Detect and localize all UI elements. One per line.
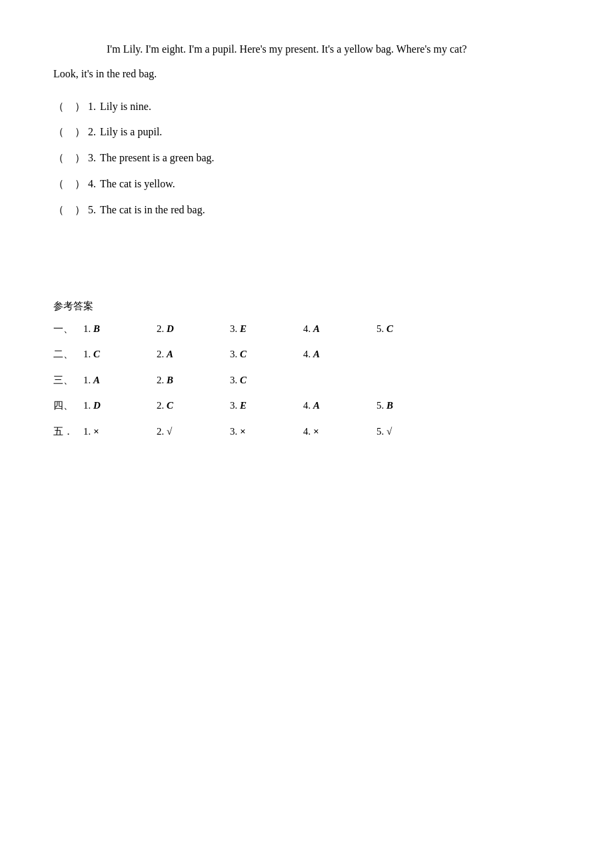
bracket: （ ）	[53, 201, 85, 220]
answer-cell-1-5: 5. C	[376, 319, 450, 339]
answer-cell-2-2: 2. A	[157, 345, 230, 364]
answer-row-5: 五．1. ×2. √3. ×4. ×5. √	[53, 422, 560, 441]
answer-row-2: 二、1. C2. A3. C4. A	[53, 345, 560, 364]
answer-cell-2-1: 1. C	[83, 345, 157, 364]
q-text: The cat is yellow.	[100, 175, 175, 194]
answer-cell-5-4: 4. ×	[303, 422, 376, 441]
question-item-5: （ ）5.The cat is in the red bag.	[53, 201, 560, 220]
q-number: 2.	[88, 123, 96, 142]
answer-cell-2-3: 3. C	[230, 345, 303, 364]
passage-line2: Look, it's in the red bag.	[53, 65, 560, 84]
question-item-2: （ ）2.Lily is a pupil.	[53, 123, 560, 142]
answer-row-1: 一、1. B2. D3. E4. A5. C	[53, 319, 560, 339]
q-number: 3.	[88, 149, 96, 168]
bracket: （ ）	[53, 149, 85, 168]
answer-cell-1-3: 3. E	[230, 319, 303, 339]
q-number: 4.	[88, 175, 96, 194]
q-number: 1.	[88, 97, 96, 117]
answer-cell-1-2: 2. D	[157, 319, 230, 339]
answer-row-4: 四、1. D2. C3. E4. A5. B	[53, 396, 560, 415]
row-label: 三、	[53, 371, 83, 390]
q-text: The present is a green bag.	[100, 149, 214, 168]
row-label: 二、	[53, 345, 83, 364]
passage-section: I'm Lily. I'm eight. I'm a pupil. Here's…	[53, 40, 560, 84]
row-label: 五．	[53, 422, 83, 441]
q-text: Lily is nine.	[100, 97, 151, 117]
answer-cell-5-3: 3. ×	[230, 422, 303, 441]
answer-cell-3-2: 2. B	[157, 371, 230, 390]
answer-cell-2-4: 4. A	[303, 345, 376, 364]
answer-cell-4-1: 1. D	[83, 396, 157, 415]
questions-section: （ ）1.Lily is nine.（ ）2.Lily is a pupil.（…	[53, 97, 560, 220]
answer-cell-1-4: 4. A	[303, 319, 376, 339]
row-label: 一、	[53, 319, 83, 339]
answer-cell-5-2: 2. √	[157, 422, 230, 441]
answer-cell-1-1: 1. B	[83, 319, 157, 339]
bracket: （ ）	[53, 97, 85, 117]
bracket: （ ）	[53, 123, 85, 142]
bracket: （ ）	[53, 175, 85, 194]
q-text: The cat is in the red bag.	[100, 201, 205, 220]
question-item-4: （ ）4.The cat is yellow.	[53, 175, 560, 194]
answer-cell-5-1: 1. ×	[83, 422, 157, 441]
question-item-1: （ ）1.Lily is nine.	[53, 97, 560, 117]
q-text: Lily is a pupil.	[100, 123, 162, 142]
q-number: 5.	[88, 201, 96, 220]
passage-line1: I'm Lily. I'm eight. I'm a pupil. Here's…	[53, 40, 560, 59]
answer-cell-4-3: 3. E	[230, 396, 303, 415]
answers-title: 参考答案	[53, 300, 560, 313]
answer-cell-4-4: 4. A	[303, 396, 376, 415]
row-label: 四、	[53, 396, 83, 415]
answer-cell-5-5: 5. √	[376, 422, 450, 441]
answer-cell-3-3: 3. C	[230, 371, 303, 390]
answer-cell-4-2: 2. C	[157, 396, 230, 415]
answers-section: 参考答案 一、1. B2. D3. E4. A5. C二、1. C2. A3. …	[53, 300, 560, 441]
answer-row-3: 三、1. A2. B3. C	[53, 371, 560, 390]
question-item-3: （ ）3.The present is a green bag.	[53, 149, 560, 168]
answer-cell-3-1: 1. A	[83, 371, 157, 390]
answer-cell-4-5: 5. B	[376, 396, 450, 415]
